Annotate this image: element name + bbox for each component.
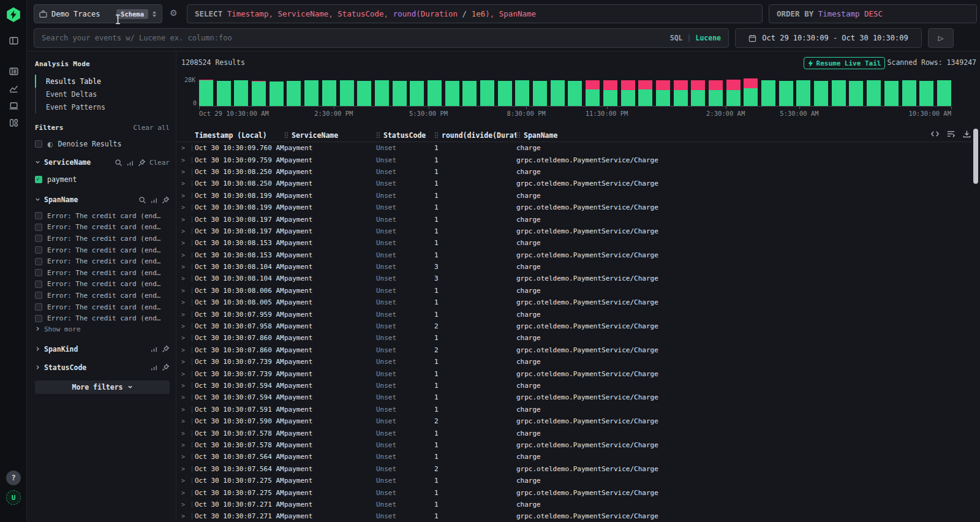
histogram-bar[interactable] [393, 78, 407, 106]
histogram-bar[interactable] [270, 78, 284, 106]
histogram-bar[interactable] [726, 78, 741, 106]
code-view-icon[interactable] [930, 129, 940, 138]
filter-group-name[interactable]: ServiceName [44, 158, 91, 167]
nav-event-deltas[interactable]: Event Deltas [35, 88, 170, 100]
table-row[interactable]: >Oct 30 10:30:07.578 AMpaymentUnset1grpc… [176, 439, 971, 451]
denoise-checkbox[interactable] [35, 140, 42, 148]
table-row[interactable]: >Oct 30 10:30:07.739 AMpaymentUnset1char… [176, 356, 971, 368]
row-expand-chevron[interactable]: > [181, 287, 195, 294]
table-row[interactable]: >Oct 30 10:30:07.591 AMpaymentUnset1char… [176, 404, 971, 415]
histogram-bar[interactable] [375, 78, 389, 106]
row-expand-chevron[interactable]: > [181, 204, 195, 211]
histogram-bar[interactable] [462, 78, 477, 106]
table-row[interactable]: >Oct 30 10:30:09.760 AMpaymentUnset1char… [176, 142, 971, 154]
row-expand-chevron[interactable]: > [181, 168, 195, 175]
table-row[interactable]: >Oct 30 10:30:07.271 AMpaymentUnset1grpc… [176, 510, 971, 522]
checkbox[interactable] [35, 281, 42, 288]
histogram-bar[interactable] [867, 78, 881, 106]
histogram-bar[interactable] [498, 78, 512, 106]
mode-sql[interactable]: SQL [670, 34, 683, 42]
histogram-bar[interactable] [796, 78, 810, 106]
pin-icon[interactable] [162, 345, 170, 353]
checkbox[interactable] [35, 258, 42, 265]
row-expand-chevron[interactable]: > [181, 442, 195, 448]
col-statuscode[interactable]: StatusCode [376, 131, 434, 140]
checkbox-checked[interactable] [35, 176, 42, 183]
select-clause-editor[interactable]: SELECT Timestamp, ServiceName, StatusCod… [187, 4, 763, 23]
table-row[interactable]: >Oct 30 10:30:07.594 AMpaymentUnset1grpc… [176, 392, 971, 403]
col-timestamp[interactable]: Timestamp (Local) [195, 131, 284, 140]
drag-handle-icon[interactable] [376, 132, 380, 138]
wrap-lines-icon[interactable] [946, 129, 956, 138]
chevron-down-icon[interactable] [35, 158, 40, 167]
row-expand-chevron[interactable]: > [181, 263, 195, 270]
histogram-bar[interactable] [603, 78, 617, 106]
chevron-right-icon[interactable] [35, 345, 40, 354]
search-icon[interactable] [138, 196, 146, 204]
row-expand-chevron[interactable]: > [181, 453, 195, 460]
chevron-right-icon[interactable] [35, 363, 40, 372]
table-row[interactable]: >Oct 30 10:30:08.197 AMpaymentUnset1char… [176, 213, 971, 225]
filter-option[interactable]: Error: The credit card (end… [35, 301, 170, 313]
drag-handle-icon[interactable] [516, 132, 521, 138]
pin-icon[interactable] [162, 196, 170, 204]
table-row[interactable]: >Oct 30 10:30:07.275 AMpaymentUnset1char… [176, 475, 971, 486]
bar-chart-icon[interactable] [150, 363, 158, 371]
row-expand-chevron[interactable]: > [181, 228, 195, 235]
clear-all-button[interactable]: Clear all [133, 124, 170, 132]
histogram-bar[interactable] [252, 78, 266, 106]
gear-icon[interactable]: ⚙ [170, 8, 178, 18]
table-row[interactable]: >Oct 30 10:30:08.153 AMpaymentUnset1char… [176, 237, 971, 249]
scrollbar-thumb[interactable] [973, 129, 978, 184]
table-row[interactable]: >Oct 30 10:30:08.199 AMpaymentUnset1char… [176, 190, 971, 202]
search-icon[interactable] [115, 159, 123, 167]
table-row[interactable]: >Oct 30 10:30:08.199 AMpaymentUnset1grpc… [176, 202, 971, 213]
drag-handle-icon[interactable] [434, 132, 439, 138]
row-expand-chevron[interactable]: > [181, 192, 195, 199]
filter-group-name[interactable]: StatusCode [44, 363, 86, 372]
pin-icon[interactable] [162, 363, 170, 371]
checkbox[interactable] [35, 235, 42, 242]
nav-results-table[interactable]: Results Table [35, 75, 170, 88]
histogram-bar[interactable] [287, 78, 301, 106]
checkbox[interactable] [35, 246, 42, 254]
table-row[interactable]: >Oct 30 10:30:07.860 AMpaymentUnset2grpc… [176, 344, 971, 356]
row-expand-chevron[interactable]: > [181, 299, 195, 306]
histogram-bar[interactable] [234, 78, 248, 106]
histogram-bar[interactable] [304, 78, 318, 106]
histogram-bar[interactable] [832, 78, 846, 106]
filter-option[interactable]: payment [35, 173, 170, 186]
row-expand-chevron[interactable]: > [181, 477, 195, 484]
filter-option[interactable]: Error: The credit card (end… [35, 312, 170, 324]
nav-event-patterns[interactable]: Event Patterns [35, 100, 170, 113]
row-expand-chevron[interactable]: > [181, 323, 195, 330]
table-row[interactable]: >Oct 30 10:30:08.153 AMpaymentUnset1grpc… [176, 249, 971, 261]
filter-option[interactable]: Error: The credit card (end… [35, 267, 170, 279]
row-expand-chevron[interactable]: > [181, 216, 195, 223]
checkbox[interactable] [35, 224, 42, 231]
histogram-bar[interactable] [322, 78, 336, 106]
row-expand-chevron[interactable]: > [181, 466, 195, 472]
table-row[interactable]: >Oct 30 10:30:07.578 AMpaymentUnset1char… [176, 427, 971, 439]
col-duration[interactable]: round(divide(Durat… [434, 131, 516, 140]
row-expand-chevron[interactable]: > [181, 490, 195, 496]
histogram-bar[interactable] [779, 78, 793, 106]
row-expand-chevron[interactable]: > [181, 406, 195, 413]
table-row[interactable]: >Oct 30 10:30:07.594 AMpaymentUnset1char… [176, 380, 971, 392]
sessions-icon[interactable] [9, 100, 19, 111]
histogram-bar[interactable] [199, 78, 213, 106]
row-expand-chevron[interactable]: > [181, 347, 195, 354]
histogram-bar[interactable] [217, 78, 231, 106]
row-expand-chevron[interactable]: > [181, 157, 195, 164]
table-row[interactable]: >Oct 30 10:30:07.860 AMpaymentUnset1char… [176, 332, 971, 344]
row-expand-chevron[interactable]: > [181, 240, 195, 246]
row-expand-chevron[interactable]: > [181, 430, 195, 437]
filter-option[interactable]: Error: The credit card (end… [35, 279, 170, 290]
chart-explorer-icon[interactable] [9, 83, 19, 94]
checkbox[interactable] [35, 212, 42, 219]
histogram-bar[interactable] [884, 78, 899, 106]
chevron-down-icon[interactable] [35, 195, 40, 204]
histogram-bar[interactable] [902, 78, 916, 106]
histogram-bar[interactable] [568, 78, 582, 106]
more-filters-button[interactable]: More filters [35, 380, 170, 394]
